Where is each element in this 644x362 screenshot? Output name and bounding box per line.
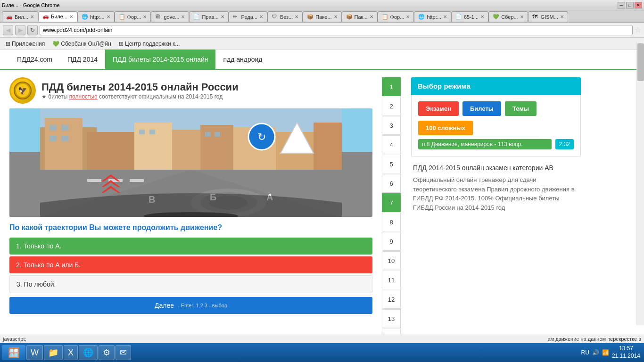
window-controls[interactable]: ─ □ ✕: [618, 2, 642, 8]
bookmark-apps-label: Приложения: [12, 41, 45, 47]
bookmark-sberbank[interactable]: 💚 Сбербанк ОнЛ@йн: [50, 40, 113, 48]
tab-close-icon-2[interactable]: ✕: [69, 14, 73, 19]
tab-close-icon-8[interactable]: ✕: [295, 14, 298, 19]
svg-rect-14: [61, 125, 68, 131]
taskbar-app-word[interactable]: W: [26, 345, 43, 360]
page-content: 🦅 ПДД билеты 2014-2015 онлайн России ★ б…: [0, 70, 644, 362]
mode-btn-topics[interactable]: Темы: [505, 101, 537, 116]
forward-button[interactable]: ▶: [15, 25, 25, 35]
tab-close-icon[interactable]: ✕: [30, 14, 34, 19]
topic-row: п.8 Движение, маневриров - 113 вопр. 2:3…: [418, 139, 574, 149]
browser-tab-15[interactable]: 🗺 GISM... ✕: [528, 11, 568, 22]
tab-close-icon-5[interactable]: ✕: [181, 14, 185, 19]
svg-text:🦅: 🦅: [18, 86, 27, 95]
mode-btn-tickets[interactable]: Билеты: [462, 101, 501, 116]
num-btn-12[interactable]: 12: [382, 290, 401, 309]
svg-rect-16: [61, 136, 68, 141]
tab-close-icon-7[interactable]: ✕: [259, 14, 263, 19]
num-btn-13[interactable]: 13: [382, 309, 401, 328]
tab-close-icon-13[interactable]: ✕: [480, 14, 484, 19]
subtitle-link[interactable]: полностью: [69, 93, 98, 100]
tab-close-icon-14[interactable]: ✕: [520, 14, 524, 19]
tab-close-icon-6[interactable]: ✕: [221, 14, 224, 19]
svg-rect-9: [200, 125, 233, 170]
tab-favicon-6: 📄: [193, 14, 200, 20]
start-button[interactable]: 🪟: [2, 345, 25, 360]
taskbar-app-chrome[interactable]: 🌐: [79, 345, 98, 360]
time-display: 13:57 21.11.2014: [612, 345, 640, 360]
answer-option-1[interactable]: 1. Только по А.: [9, 238, 372, 255]
tab-close-icon-9[interactable]: ✕: [334, 14, 338, 19]
bookmark-star-icon[interactable]: ☆: [635, 25, 641, 34]
tab-close-icon-3[interactable]: ✕: [107, 14, 110, 19]
bookmark-apps[interactable]: ⊞ Приложения: [4, 40, 47, 48]
browser-tab-7[interactable]: ✏ Реда... ✕: [229, 11, 267, 22]
num-btn-9[interactable]: 9: [382, 232, 401, 251]
mode-btn-hard[interactable]: 100 сложных: [418, 121, 473, 135]
tab-close-icon-10[interactable]: ✕: [370, 14, 373, 19]
nav-item-pdd2014[interactable]: ПДД 2014: [60, 49, 105, 69]
answer-option-2[interactable]: 2. Только по А или Б.: [9, 256, 372, 273]
browser-tab-12[interactable]: 🌐 http:... ✕: [414, 11, 451, 22]
nav-item-android[interactable]: пдд андроид: [215, 49, 270, 69]
scrollbar[interactable]: [636, 42, 644, 325]
tab-favicon-14: 💚: [493, 14, 499, 20]
bookmark-sberbank-label: Сбербанк ОнЛ@йн: [61, 41, 111, 47]
taskbar-app-excel[interactable]: X: [64, 345, 78, 360]
tab-label-14: Сбер...: [501, 14, 518, 20]
nav-item-pdd24[interactable]: ПДД24.com: [9, 49, 60, 69]
num-btn-6[interactable]: 6: [382, 174, 401, 193]
taskbar-app-outlook[interactable]: ✉: [116, 345, 131, 360]
tab-close-icon-12[interactable]: ✕: [443, 14, 447, 19]
num-btn-10[interactable]: 10: [382, 251, 401, 270]
next-button[interactable]: Далее - Enter. 1,2,3 - выбор: [9, 297, 372, 314]
browser-tab-8[interactable]: 🛡 Без... ✕: [267, 11, 303, 22]
answer-option-3[interactable]: 3. По любой.: [9, 275, 372, 293]
browser-tab-4[interactable]: 📋 Фор... ✕: [115, 11, 151, 22]
num-btn-5[interactable]: 5: [382, 155, 401, 173]
browser-tab-14[interactable]: 💚 Сбер... ✕: [488, 11, 528, 22]
tab-favicon-10: 📦: [346, 14, 353, 20]
browser-tab-11[interactable]: 📋 Фор... ✕: [378, 11, 414, 22]
taskbar-right: RU 🔊 📶 13:57 21.11.2014: [581, 345, 642, 360]
browser-tab-2[interactable]: 🚗 Биле... ✕: [38, 11, 77, 22]
right-panel: Выбор режима Экзамен Билеты Темы: [411, 77, 581, 362]
num-btn-2[interactable]: 2: [382, 97, 401, 115]
browser-tab-13[interactable]: 📄 65-1... ✕: [451, 11, 488, 22]
taskbar-app-explorer[interactable]: 📁: [44, 345, 63, 360]
page-header: 🦅 ПДД билеты 2014-2015 онлайн России ★ б…: [9, 77, 372, 104]
tab-close-icon-11[interactable]: ✕: [406, 14, 410, 19]
browser-tab-5[interactable]: 🏛 gove... ✕: [151, 11, 189, 22]
num-btn-7[interactable]: 7: [382, 193, 401, 212]
address-input[interactable]: [40, 25, 633, 35]
bookmark-support[interactable]: ⊞ Центр поддержки к...: [117, 40, 182, 48]
num-btn-8[interactable]: 8: [382, 213, 401, 231]
taskbar-app-settings[interactable]: ⚙: [99, 345, 115, 360]
tab-close-icon-4[interactable]: ✕: [143, 14, 147, 19]
nav-item-tickets[interactable]: ПДД билеты 2014-2015 онлайн: [105, 49, 215, 69]
tab-close-icon-15[interactable]: ✕: [560, 14, 564, 19]
locale-label: RU: [581, 349, 589, 356]
close-button[interactable]: ✕: [635, 2, 642, 8]
num-btn-3[interactable]: 3: [382, 116, 401, 135]
browser-tab-6[interactable]: 📄 Прав... ✕: [189, 11, 228, 22]
browser-tab-9[interactable]: 📦 Паке... ✕: [303, 11, 341, 22]
restore-button[interactable]: □: [626, 2, 634, 8]
browser-tab-1[interactable]: 🚗 Бил... ✕: [2, 11, 38, 22]
num-btn-1[interactable]: 1: [382, 77, 401, 96]
browser-tab-3[interactable]: 🌐 http:... ✕: [77, 11, 115, 22]
back-button[interactable]: ◀: [3, 25, 13, 35]
next-button-hint: - Enter. 1,2,3 - выбор: [178, 303, 227, 308]
scrollbar-thumb[interactable]: [637, 43, 644, 81]
num-btn-4[interactable]: 4: [382, 135, 401, 154]
reload-button[interactable]: ↻: [27, 25, 38, 35]
tab-favicon-7: ✏: [233, 14, 239, 20]
browser-tab-10[interactable]: 📦 Пак... ✕: [342, 11, 378, 22]
minimize-button[interactable]: ─: [618, 2, 625, 8]
num-btn-11[interactable]: 11: [382, 271, 401, 289]
svg-rect-18: [149, 130, 155, 134]
tab-favicon-4: 📋: [119, 14, 125, 20]
tab-label-15: GISM...: [541, 14, 558, 20]
site-nav: ПДД24.com ПДД 2014 ПДД билеты 2014-2015 …: [0, 50, 644, 70]
mode-btn-exam[interactable]: Экзамен: [418, 101, 459, 116]
